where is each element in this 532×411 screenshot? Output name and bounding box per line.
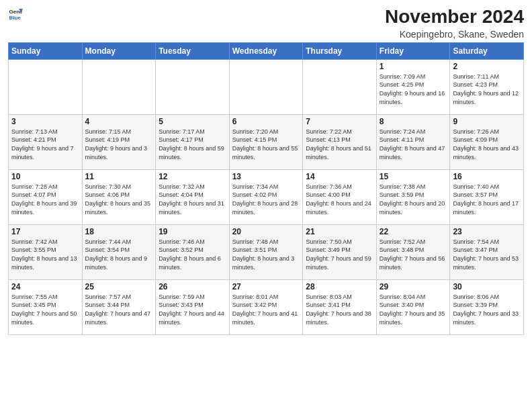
calendar-cell-w2d6: 16Sunrise: 7:40 AM Sunset: 3:57 PM Dayli… <box>450 169 524 224</box>
calendar-cell-w4d2: 26Sunrise: 7:59 AM Sunset: 3:43 PM Dayli… <box>156 279 230 334</box>
calendar-cell-w3d5: 22Sunrise: 7:52 AM Sunset: 3:48 PM Dayli… <box>376 224 450 279</box>
day-number: 22 <box>380 227 447 236</box>
header: General Blue November 2024 Koepingebro, … <box>8 7 524 40</box>
header-tuesday: Tuesday <box>156 42 230 59</box>
day-detail: Sunrise: 7:59 AM Sunset: 3:43 PM Dayligh… <box>159 293 226 326</box>
day-detail: Sunrise: 8:03 AM Sunset: 3:41 PM Dayligh… <box>306 293 373 326</box>
calendar-header-row: Sunday Monday Tuesday Wednesday Thursday… <box>9 42 524 59</box>
day-number: 14 <box>306 172 373 181</box>
day-detail: Sunrise: 7:40 AM Sunset: 3:57 PM Dayligh… <box>453 183 521 216</box>
calendar-cell-w4d1: 25Sunrise: 7:57 AM Sunset: 3:44 PM Dayli… <box>82 279 156 334</box>
day-detail: Sunrise: 7:17 AM Sunset: 4:17 PM Dayligh… <box>159 128 226 161</box>
calendar-cell-w3d2: 19Sunrise: 7:46 AM Sunset: 3:52 PM Dayli… <box>156 224 230 279</box>
calendar-cell-w1d4: 7Sunrise: 7:22 AM Sunset: 4:13 PM Daylig… <box>303 114 377 169</box>
calendar-cell-w3d0: 17Sunrise: 7:42 AM Sunset: 3:55 PM Dayli… <box>9 224 83 279</box>
day-number: 9 <box>453 117 521 126</box>
day-number: 8 <box>380 117 447 126</box>
calendar-cell-w0d3 <box>229 59 303 114</box>
day-number: 15 <box>380 172 447 181</box>
day-number: 25 <box>85 282 153 291</box>
calendar-week-0: 1Sunrise: 7:09 AM Sunset: 4:25 PM Daylig… <box>9 59 524 114</box>
title-block: November 2024 Koepingebro, Skane, Sweden <box>385 7 524 40</box>
day-detail: Sunrise: 7:15 AM Sunset: 4:19 PM Dayligh… <box>85 128 153 161</box>
location-title: Koepingebro, Skane, Sweden <box>385 29 524 40</box>
calendar-table: Sunday Monday Tuesday Wednesday Thursday… <box>8 42 524 335</box>
header-monday: Monday <box>82 42 156 59</box>
calendar-cell-w2d2: 12Sunrise: 7:32 AM Sunset: 4:04 PM Dayli… <box>156 169 230 224</box>
calendar-cell-w1d5: 8Sunrise: 7:24 AM Sunset: 4:11 PM Daylig… <box>376 114 450 169</box>
calendar-cell-w3d6: 23Sunrise: 7:54 AM Sunset: 3:47 PM Dayli… <box>450 224 524 279</box>
logo-icon: General Blue <box>8 7 23 21</box>
day-detail: Sunrise: 8:06 AM Sunset: 3:39 PM Dayligh… <box>453 293 521 326</box>
day-detail: Sunrise: 7:54 AM Sunset: 3:47 PM Dayligh… <box>453 238 521 271</box>
day-number: 27 <box>232 282 300 291</box>
day-detail: Sunrise: 7:44 AM Sunset: 3:54 PM Dayligh… <box>85 238 153 271</box>
day-detail: Sunrise: 7:36 AM Sunset: 4:00 PM Dayligh… <box>306 183 373 216</box>
day-number: 2 <box>453 62 521 71</box>
day-number: 13 <box>232 172 300 181</box>
header-sunday: Sunday <box>9 42 83 59</box>
day-detail: Sunrise: 7:48 AM Sunset: 3:51 PM Dayligh… <box>232 238 300 271</box>
calendar-cell-w0d1 <box>82 59 156 114</box>
day-number: 19 <box>159 227 226 236</box>
calendar-cell-w3d1: 18Sunrise: 7:44 AM Sunset: 3:54 PM Dayli… <box>82 224 156 279</box>
day-number: 29 <box>380 282 447 291</box>
day-detail: Sunrise: 7:09 AM Sunset: 4:25 PM Dayligh… <box>380 73 447 106</box>
calendar-cell-w2d1: 11Sunrise: 7:30 AM Sunset: 4:06 PM Dayli… <box>82 169 156 224</box>
calendar-cell-w1d0: 3Sunrise: 7:13 AM Sunset: 4:21 PM Daylig… <box>9 114 83 169</box>
calendar-cell-w2d4: 14Sunrise: 7:36 AM Sunset: 4:00 PM Dayli… <box>303 169 377 224</box>
calendar-cell-w4d5: 29Sunrise: 8:04 AM Sunset: 3:40 PM Dayli… <box>376 279 450 334</box>
day-detail: Sunrise: 7:30 AM Sunset: 4:06 PM Dayligh… <box>85 183 153 216</box>
day-number: 1 <box>380 62 447 71</box>
day-number: 20 <box>232 227 300 236</box>
calendar-cell-w4d6: 30Sunrise: 8:06 AM Sunset: 3:39 PM Dayli… <box>450 279 524 334</box>
day-number: 6 <box>232 117 300 126</box>
svg-text:Blue: Blue <box>9 15 21 21</box>
calendar-week-4: 24Sunrise: 7:55 AM Sunset: 3:45 PM Dayli… <box>9 279 524 334</box>
calendar-cell-w0d4 <box>303 59 377 114</box>
calendar-week-1: 3Sunrise: 7:13 AM Sunset: 4:21 PM Daylig… <box>9 114 524 169</box>
logo: General Blue <box>8 7 23 21</box>
calendar-cell-w4d0: 24Sunrise: 7:55 AM Sunset: 3:45 PM Dayli… <box>9 279 83 334</box>
day-detail: Sunrise: 7:11 AM Sunset: 4:23 PM Dayligh… <box>453 73 521 106</box>
day-number: 3 <box>11 117 79 126</box>
day-number: 18 <box>85 227 153 236</box>
day-detail: Sunrise: 7:24 AM Sunset: 4:11 PM Dayligh… <box>380 128 447 161</box>
header-wednesday: Wednesday <box>229 42 303 59</box>
calendar-cell-w4d4: 28Sunrise: 8:03 AM Sunset: 3:41 PM Dayli… <box>303 279 377 334</box>
day-detail: Sunrise: 8:01 AM Sunset: 3:42 PM Dayligh… <box>232 293 300 326</box>
calendar-cell-w2d0: 10Sunrise: 7:28 AM Sunset: 4:07 PM Dayli… <box>9 169 83 224</box>
calendar-week-3: 17Sunrise: 7:42 AM Sunset: 3:55 PM Dayli… <box>9 224 524 279</box>
day-detail: Sunrise: 7:20 AM Sunset: 4:15 PM Dayligh… <box>232 128 300 161</box>
calendar-cell-w2d5: 15Sunrise: 7:38 AM Sunset: 3:59 PM Dayli… <box>376 169 450 224</box>
day-detail: Sunrise: 7:55 AM Sunset: 3:45 PM Dayligh… <box>11 293 79 326</box>
calendar-cell-w0d2 <box>156 59 230 114</box>
day-detail: Sunrise: 8:04 AM Sunset: 3:40 PM Dayligh… <box>380 293 447 326</box>
day-number: 23 <box>453 227 521 236</box>
day-detail: Sunrise: 7:32 AM Sunset: 4:04 PM Dayligh… <box>159 183 226 216</box>
day-detail: Sunrise: 7:46 AM Sunset: 3:52 PM Dayligh… <box>159 238 226 271</box>
calendar-cell-w4d3: 27Sunrise: 8:01 AM Sunset: 3:42 PM Dayli… <box>229 279 303 334</box>
calendar-cell-w1d1: 4Sunrise: 7:15 AM Sunset: 4:19 PM Daylig… <box>82 114 156 169</box>
day-number: 7 <box>306 117 373 126</box>
header-friday: Friday <box>376 42 450 59</box>
day-number: 5 <box>159 117 226 126</box>
day-number: 10 <box>11 172 79 181</box>
calendar-cell-w1d2: 5Sunrise: 7:17 AM Sunset: 4:17 PM Daylig… <box>156 114 230 169</box>
day-detail: Sunrise: 7:34 AM Sunset: 4:02 PM Dayligh… <box>232 183 300 216</box>
day-number: 12 <box>159 172 226 181</box>
header-saturday: Saturday <box>450 42 524 59</box>
day-number: 11 <box>85 172 153 181</box>
calendar-cell-w2d3: 13Sunrise: 7:34 AM Sunset: 4:02 PM Dayli… <box>229 169 303 224</box>
day-number: 26 <box>159 282 226 291</box>
day-detail: Sunrise: 7:26 AM Sunset: 4:09 PM Dayligh… <box>453 128 521 161</box>
day-number: 17 <box>11 227 79 236</box>
day-number: 16 <box>453 172 521 181</box>
calendar-cell-w3d4: 21Sunrise: 7:50 AM Sunset: 3:49 PM Dayli… <box>303 224 377 279</box>
day-detail: Sunrise: 7:28 AM Sunset: 4:07 PM Dayligh… <box>11 183 79 216</box>
day-number: 21 <box>306 227 373 236</box>
day-detail: Sunrise: 7:13 AM Sunset: 4:21 PM Dayligh… <box>11 128 79 161</box>
day-detail: Sunrise: 7:52 AM Sunset: 3:48 PM Dayligh… <box>380 238 447 271</box>
header-thursday: Thursday <box>303 42 377 59</box>
day-detail: Sunrise: 7:22 AM Sunset: 4:13 PM Dayligh… <box>306 128 373 161</box>
